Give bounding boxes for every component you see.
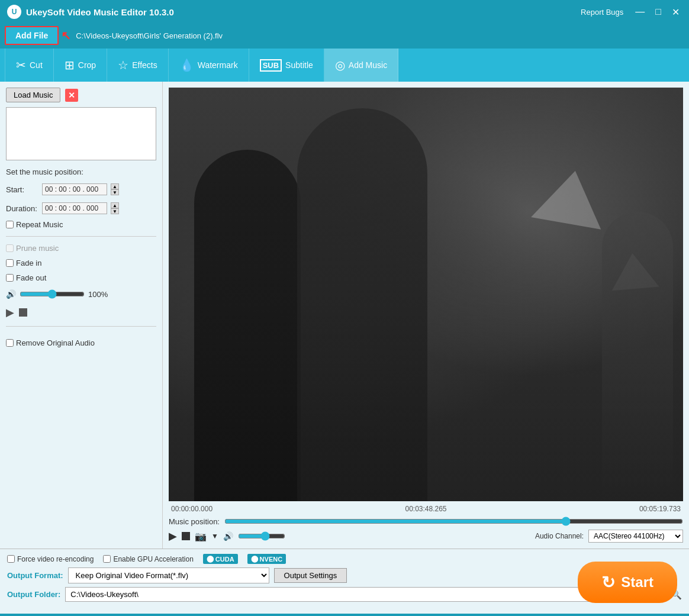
app-title: UkeySoft Video Music Editor 10.3.0	[26, 7, 581, 17]
prune-music-checkbox[interactable]	[6, 244, 14, 252]
maximize-button[interactable]: □	[653, 7, 664, 18]
volume-row: 🔊 100%	[6, 289, 156, 299]
volume-slider[interactable]	[20, 289, 85, 299]
add-music-icon: ◎	[335, 58, 345, 72]
fade-out-row: Fade out	[6, 273, 156, 282]
toolbar: ✂ Cut ⊞ Crop ☆ Effects 💧 Watermark SUB S…	[0, 49, 689, 82]
music-position-row: Music position:	[169, 517, 683, 526]
toolbar-item-subtitle[interactable]: SUB Subtitle	[249, 49, 324, 82]
toolbar-item-watermark[interactable]: 💧 Watermark	[169, 49, 249, 82]
close-panel-button[interactable]: ✕	[65, 89, 78, 102]
toolbar-item-crop[interactable]: ⊞ Crop	[54, 49, 107, 82]
play-button[interactable]: ▶	[6, 306, 14, 319]
duration-time-input[interactable]	[42, 202, 107, 214]
gpu-accel-item: Enable GPU Acceleration	[103, 555, 193, 563]
time-mid: 00:03:48.265	[405, 505, 446, 513]
start-down-btn[interactable]: ▼	[111, 189, 119, 195]
prune-music-label: Prune music	[16, 244, 59, 253]
start-time-input[interactable]	[42, 183, 107, 195]
gpu-accel-checkbox[interactable]	[103, 555, 111, 563]
video-panel: 00:00:00.000 00:03:48.265 00:05:19.733 M…	[163, 82, 689, 549]
audio-channel-select[interactable]: AAC(Stereo 44100Hz)	[588, 530, 683, 543]
ctrl-play-button[interactable]: ▶	[169, 530, 177, 543]
video-preview	[169, 88, 683, 501]
music-position-slider[interactable]	[224, 517, 683, 526]
duration-label: Duration:	[6, 204, 38, 213]
duration-spinner: ▲ ▼	[111, 202, 119, 214]
cuda-icon: ⬤	[207, 555, 214, 563]
volume-icon: 🔊	[6, 289, 16, 299]
toolbar-label-effects: Effects	[132, 60, 157, 70]
audio-channel-label: Audio Channel:	[535, 532, 584, 540]
fade-out-checkbox[interactable]	[6, 274, 14, 282]
close-button[interactable]: ✕	[669, 7, 682, 18]
video-background	[169, 88, 683, 501]
ctrl-camera-dropdown[interactable]: ▼	[211, 532, 218, 540]
figure-2	[297, 108, 427, 501]
main-content: Load Music ✕ Set the music position: Sta…	[0, 82, 689, 549]
duration-down-btn[interactable]: ▼	[111, 208, 119, 214]
subtitle-icon: SUB	[260, 59, 282, 72]
stop-button[interactable]	[19, 308, 27, 317]
duration-time-row: Duration: ▲ ▼	[6, 202, 156, 214]
toolbar-item-add-music[interactable]: ◎ Add Music	[324, 49, 398, 82]
time-end: 00:05:19.733	[639, 505, 681, 513]
bg-triangle-1	[531, 165, 610, 229]
controls-row: ▶ 📷 ▼ 🔊 Audio Channel: AAC(Stereo 44100H…	[169, 530, 683, 543]
nvenc-icon: ⬤	[251, 555, 258, 563]
left-panel-header: Load Music ✕	[6, 88, 156, 102]
ctrl-volume-icon: 🔊	[223, 531, 233, 541]
remove-audio-label: Remove Original Audio	[16, 338, 95, 347]
gpu-accel-label: Enable GPU Acceleration	[113, 555, 193, 563]
start-label: Start:	[6, 185, 38, 194]
force-reencode-label: Force video re-encoding	[17, 555, 94, 563]
report-bugs-link[interactable]: Report Bugs	[581, 8, 623, 17]
output-format-select[interactable]: Keep Original Video Format(*.flv)	[68, 567, 269, 583]
watermark-icon: 💧	[179, 58, 194, 72]
load-music-button[interactable]: Load Music	[6, 88, 60, 102]
file-path-display: C:\Videos-Ukeysoft\Girls' Generation (2)…	[76, 31, 223, 40]
ctrl-volume-slider[interactable]	[238, 531, 285, 541]
start-up-btn[interactable]: ▲	[111, 183, 119, 189]
toolbar-item-cut[interactable]: ✂ Cut	[5, 49, 54, 82]
bottom-row1: Force video re-encoding Enable GPU Accel…	[7, 554, 682, 564]
figure-3	[602, 212, 673, 501]
duration-up-btn[interactable]: ▲	[111, 202, 119, 208]
remove-audio-row: Remove Original Audio	[6, 338, 156, 347]
title-bar: U UkeySoft Video Music Editor 10.3.0 Rep…	[0, 0, 689, 24]
fade-in-row: Fade in	[6, 259, 156, 267]
cuda-label: CUDA	[215, 556, 234, 563]
ctrl-camera-button[interactable]: 📷	[195, 531, 207, 542]
toolbar-label-add-music: Add Music	[349, 60, 387, 70]
force-reencode-checkbox[interactable]	[7, 555, 15, 563]
cuda-badge: ⬤ CUDA	[203, 554, 238, 564]
repeat-music-checkbox[interactable]	[6, 221, 14, 228]
output-format-label: Output Format:	[7, 571, 63, 580]
playback-row: ▶	[6, 306, 156, 319]
nvenc-badge: ⬤ NVENC	[247, 554, 286, 564]
crop-icon: ⊞	[65, 58, 75, 72]
fade-in-checkbox[interactable]	[6, 259, 14, 267]
minimize-button[interactable]: —	[633, 7, 647, 18]
output-folder-input[interactable]	[65, 587, 651, 602]
repeat-music-label: Repeat Music	[16, 220, 63, 229]
output-settings-button[interactable]: Output Settings	[274, 568, 347, 583]
add-file-bar: Add File ↖ C:\Videos-Ukeysoft\Girls' Gen…	[0, 24, 689, 49]
volume-percent: 100%	[88, 290, 108, 299]
remove-audio-checkbox[interactable]	[6, 339, 14, 347]
arrow-indicator: ↖	[61, 28, 71, 43]
toolbar-label-cut: Cut	[30, 60, 43, 70]
effects-icon: ☆	[118, 58, 128, 72]
ctrl-stop-button[interactable]	[182, 532, 190, 540]
start-button[interactable]: ↻ Start	[578, 562, 677, 603]
divider1	[6, 236, 156, 237]
bottom-section: Force video re-encoding Enable GPU Accel…	[0, 549, 689, 614]
toolbar-label-crop: Crop	[78, 60, 96, 70]
add-file-button[interactable]: Add File	[5, 26, 59, 45]
output-folder-label: Output Folder:	[7, 590, 60, 599]
title-bar-controls: Report Bugs — □ ✕	[581, 7, 682, 18]
fade-out-label: Fade out	[16, 273, 46, 282]
toolbar-item-effects[interactable]: ☆ Effects	[107, 49, 169, 82]
time-start: 00:00:00.000	[171, 505, 213, 513]
start-spinner: ▲ ▼	[111, 183, 119, 195]
